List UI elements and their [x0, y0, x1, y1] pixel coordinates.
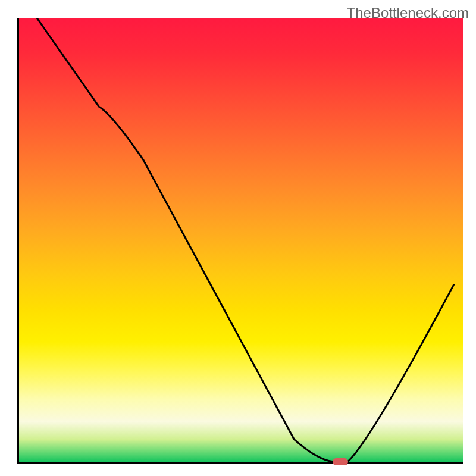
chart-container: TheBottleneck.com	[0, 0, 476, 476]
plot-area	[17, 18, 463, 464]
curve-layer	[19, 18, 463, 462]
bottleneck-line	[37, 18, 454, 462]
optimum-marker	[333, 458, 348, 465]
watermark-text: TheBottleneck.com	[347, 5, 469, 21]
